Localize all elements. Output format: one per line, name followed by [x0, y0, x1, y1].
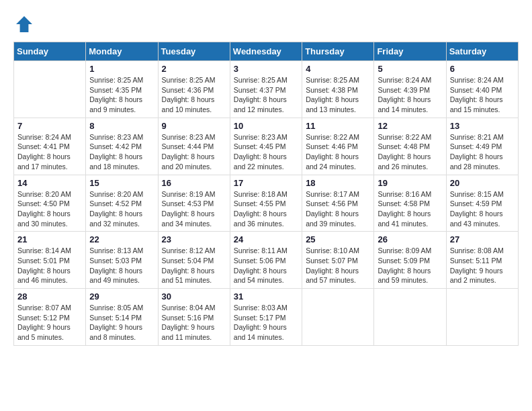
calendar-cell — [446, 289, 518, 346]
day-number: 13 — [450, 121, 515, 131]
day-number: 6 — [450, 64, 515, 74]
calendar-body: 1Sunrise: 8:25 AMSunset: 4:35 PMDaylight… — [14, 61, 519, 346]
calendar-cell: 1Sunrise: 8:25 AMSunset: 4:35 PMDaylight… — [86, 61, 158, 118]
day-info: Sunrise: 8:24 AMSunset: 4:39 PMDaylight:… — [378, 75, 442, 115]
day-info: Sunrise: 8:19 AMSunset: 4:53 PMDaylight:… — [162, 189, 226, 229]
calendar-table: SundayMondayTuesdayWednesdayThursdayFrid… — [13, 42, 519, 346]
weekday-header-saturday: Saturday — [446, 42, 518, 61]
calendar-cell: 21Sunrise: 8:14 AMSunset: 5:01 PMDayligh… — [14, 232, 86, 289]
day-info: Sunrise: 8:25 AMSunset: 4:37 PMDaylight:… — [234, 75, 298, 115]
day-info: Sunrise: 8:23 AMSunset: 4:44 PMDaylight:… — [162, 132, 226, 172]
day-info: Sunrise: 8:18 AMSunset: 4:55 PMDaylight:… — [234, 189, 298, 229]
calendar-cell: 16Sunrise: 8:19 AMSunset: 4:53 PMDayligh… — [158, 175, 230, 232]
calendar-cell: 12Sunrise: 8:22 AMSunset: 4:48 PMDayligh… — [374, 118, 446, 175]
day-number: 31 — [234, 291, 298, 302]
calendar-header: SundayMondayTuesdayWednesdayThursdayFrid… — [14, 42, 519, 61]
day-number: 17 — [234, 178, 298, 188]
calendar-cell: 28Sunrise: 8:07 AMSunset: 5:12 PMDayligh… — [14, 289, 86, 346]
calendar-cell: 13Sunrise: 8:21 AMSunset: 4:49 PMDayligh… — [446, 118, 518, 175]
day-number: 12 — [378, 121, 442, 131]
day-number: 1 — [89, 64, 154, 74]
day-info: Sunrise: 8:15 AMSunset: 4:59 PMDaylight:… — [450, 189, 515, 229]
day-info: Sunrise: 8:25 AMSunset: 4:36 PMDaylight:… — [162, 75, 226, 115]
day-number: 28 — [17, 291, 82, 302]
calendar-week-row: 14Sunrise: 8:20 AMSunset: 4:50 PMDayligh… — [14, 175, 519, 232]
day-info: Sunrise: 8:22 AMSunset: 4:48 PMDaylight:… — [378, 132, 442, 172]
calendar-cell: 27Sunrise: 8:08 AMSunset: 5:11 PMDayligh… — [446, 232, 518, 289]
day-number: 26 — [378, 234, 442, 244]
day-info: Sunrise: 8:21 AMSunset: 4:49 PMDaylight:… — [450, 132, 515, 172]
day-number: 18 — [306, 178, 370, 188]
day-number: 20 — [450, 178, 515, 188]
day-info: Sunrise: 8:22 AMSunset: 4:46 PMDaylight:… — [306, 132, 370, 172]
day-info: Sunrise: 8:24 AMSunset: 4:40 PMDaylight:… — [450, 75, 515, 115]
day-number: 14 — [17, 178, 82, 188]
calendar-cell: 5Sunrise: 8:24 AMSunset: 4:39 PMDaylight… — [374, 61, 446, 118]
calendar-cell — [14, 61, 86, 118]
day-number: 29 — [89, 291, 154, 302]
day-info: Sunrise: 8:25 AMSunset: 4:38 PMDaylight:… — [306, 75, 370, 115]
weekday-header-thursday: Thursday — [302, 42, 374, 61]
day-info: Sunrise: 8:09 AMSunset: 5:09 PMDaylight:… — [378, 246, 442, 285]
day-info: Sunrise: 8:03 AMSunset: 5:17 PMDaylight:… — [234, 303, 298, 342]
calendar-cell: 20Sunrise: 8:15 AMSunset: 4:59 PMDayligh… — [446, 175, 518, 232]
calendar-cell: 2Sunrise: 8:25 AMSunset: 4:36 PMDaylight… — [158, 61, 230, 118]
calendar-cell: 14Sunrise: 8:20 AMSunset: 4:50 PMDayligh… — [14, 175, 86, 232]
day-info: Sunrise: 8:04 AMSunset: 5:16 PMDaylight:… — [162, 303, 226, 342]
day-number: 2 — [162, 64, 226, 74]
calendar-cell: 23Sunrise: 8:12 AMSunset: 5:04 PMDayligh… — [158, 232, 230, 289]
day-info: Sunrise: 8:14 AMSunset: 5:01 PMDaylight:… — [17, 246, 82, 285]
day-number: 22 — [89, 234, 154, 244]
day-number: 3 — [234, 64, 298, 74]
day-info: Sunrise: 8:24 AMSunset: 4:41 PMDaylight:… — [17, 132, 82, 172]
day-info: Sunrise: 8:05 AMSunset: 5:14 PMDaylight:… — [89, 303, 154, 342]
weekday-header-row: SundayMondayTuesdayWednesdayThursdayFrid… — [14, 42, 519, 61]
day-number: 24 — [234, 234, 298, 244]
day-info: Sunrise: 8:07 AMSunset: 5:12 PMDaylight:… — [17, 303, 82, 342]
calendar-cell — [302, 289, 374, 346]
calendar-cell: 17Sunrise: 8:18 AMSunset: 4:55 PMDayligh… — [230, 175, 302, 232]
day-number: 5 — [378, 64, 442, 74]
weekday-header-sunday: Sunday — [14, 42, 86, 61]
calendar-cell: 8Sunrise: 8:23 AMSunset: 4:42 PMDaylight… — [86, 118, 158, 175]
day-info: Sunrise: 8:17 AMSunset: 4:56 PMDaylight:… — [306, 189, 370, 229]
day-number: 8 — [89, 121, 154, 131]
calendar-week-row: 1Sunrise: 8:25 AMSunset: 4:35 PMDaylight… — [14, 61, 519, 118]
day-info: Sunrise: 8:16 AMSunset: 4:58 PMDaylight:… — [378, 189, 442, 229]
day-info: Sunrise: 8:11 AMSunset: 5:06 PMDaylight:… — [234, 246, 298, 285]
day-number: 25 — [306, 234, 370, 244]
day-number: 16 — [162, 178, 226, 188]
day-number: 30 — [162, 291, 226, 302]
calendar-week-row: 28Sunrise: 8:07 AMSunset: 5:12 PMDayligh… — [14, 289, 519, 346]
logo-icon — [13, 13, 35, 35]
day-number: 10 — [234, 121, 298, 131]
day-number: 11 — [306, 121, 370, 131]
calendar-cell: 19Sunrise: 8:16 AMSunset: 4:58 PMDayligh… — [374, 175, 446, 232]
calendar-week-row: 21Sunrise: 8:14 AMSunset: 5:01 PMDayligh… — [14, 232, 519, 289]
day-info: Sunrise: 8:08 AMSunset: 5:11 PMDaylight:… — [450, 246, 515, 285]
calendar-cell: 29Sunrise: 8:05 AMSunset: 5:14 PMDayligh… — [86, 289, 158, 346]
page-header — [13, 13, 519, 35]
calendar-cell: 30Sunrise: 8:04 AMSunset: 5:16 PMDayligh… — [158, 289, 230, 346]
day-info: Sunrise: 8:13 AMSunset: 5:03 PMDaylight:… — [89, 246, 154, 285]
calendar-cell: 15Sunrise: 8:20 AMSunset: 4:52 PMDayligh… — [86, 175, 158, 232]
calendar-cell: 22Sunrise: 8:13 AMSunset: 5:03 PMDayligh… — [86, 232, 158, 289]
day-info: Sunrise: 8:12 AMSunset: 5:04 PMDaylight:… — [162, 246, 226, 285]
logo — [13, 13, 38, 35]
calendar-cell: 10Sunrise: 8:23 AMSunset: 4:45 PMDayligh… — [230, 118, 302, 175]
calendar-cell: 7Sunrise: 8:24 AMSunset: 4:41 PMDaylight… — [14, 118, 86, 175]
calendar-cell: 3Sunrise: 8:25 AMSunset: 4:37 PMDaylight… — [230, 61, 302, 118]
calendar-cell: 31Sunrise: 8:03 AMSunset: 5:17 PMDayligh… — [230, 289, 302, 346]
day-number: 4 — [306, 64, 370, 74]
calendar-cell: 26Sunrise: 8:09 AMSunset: 5:09 PMDayligh… — [374, 232, 446, 289]
calendar-cell: 4Sunrise: 8:25 AMSunset: 4:38 PMDaylight… — [302, 61, 374, 118]
svg-marker-1 — [16, 16, 32, 32]
weekday-header-monday: Monday — [86, 42, 158, 61]
calendar-cell: 24Sunrise: 8:11 AMSunset: 5:06 PMDayligh… — [230, 232, 302, 289]
day-info: Sunrise: 8:23 AMSunset: 4:42 PMDaylight:… — [89, 132, 154, 172]
day-info: Sunrise: 8:20 AMSunset: 4:52 PMDaylight:… — [89, 189, 154, 229]
day-number: 15 — [89, 178, 154, 188]
weekday-header-wednesday: Wednesday — [230, 42, 302, 61]
calendar-cell: 6Sunrise: 8:24 AMSunset: 4:40 PMDaylight… — [446, 61, 518, 118]
calendar-week-row: 7Sunrise: 8:24 AMSunset: 4:41 PMDaylight… — [14, 118, 519, 175]
